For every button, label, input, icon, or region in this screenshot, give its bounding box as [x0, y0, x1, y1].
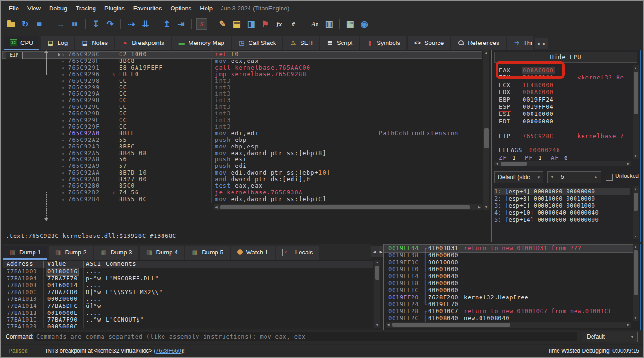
- register-row-esi[interactable]: ESI00010000: [492, 111, 634, 118]
- comment-button[interactable]: ▤: [231, 18, 243, 30]
- function-button[interactable]: fx: [273, 18, 285, 30]
- disasm-row[interactable]: 765C92A38BECmov ebp,esp: [3, 144, 482, 150]
- stack-value[interactable]: 01001D31: [428, 245, 458, 252]
- registers-hscrollbar[interactable]: ◀ ▶: [494, 161, 631, 166]
- tab-notes[interactable]: ▤Notes: [75, 36, 114, 50]
- menu-file[interactable]: File: [5, 2, 23, 14]
- menu-view[interactable]: View: [23, 2, 45, 14]
- disasm-vscrollbar[interactable]: ▲ ▼: [483, 50, 489, 210]
- register-row-eflags[interactable]: EFLAGS00000246: [492, 147, 634, 154]
- dump-row[interactable]: 77BA101000020000....: [3, 296, 373, 303]
- disasm-row[interactable]: 765C92A08BFFmov edi,ediPathCchFindExtens…: [3, 131, 482, 137]
- breakpoint-dot-icon[interactable]: [62, 126, 64, 128]
- stack-row[interactable]: 0019FF1C│00000000: [384, 287, 633, 294]
- dump-value[interactable]: 00020000: [47, 296, 77, 303]
- main-tabs-scroll-left[interactable]: ◀: [535, 38, 541, 49]
- stack-row[interactable]: 0019FF04┌01001D31return to new.01001D31 …: [384, 245, 633, 252]
- register-row-eax[interactable]: EAX008A0000: [492, 67, 634, 74]
- stack-row[interactable]: 0019FF20│7628E200kernel32.HeapFree: [384, 294, 633, 301]
- register-row-ecx[interactable]: ECX1E4B0000: [492, 82, 634, 89]
- hash-button[interactable]: #: [287, 18, 300, 30]
- dump-row[interactable]: 77BA10200005000C: [3, 323, 373, 328]
- breakpoint-dot-icon[interactable]: [62, 166, 64, 167]
- breakpoint-dot-icon[interactable]: [62, 93, 64, 95]
- register-row-eip[interactable]: EIP765C928Ckernelbase.7: [492, 133, 634, 140]
- tab-memory-map[interactable]: ▬Memory Map: [172, 36, 231, 50]
- register-value[interactable]: 1E4B0000: [523, 82, 554, 89]
- step-into-button[interactable]: ↧: [90, 18, 102, 30]
- dump-row[interactable]: 77BA101477BA5DFCü]°w: [3, 303, 373, 310]
- register-row-edx[interactable]: EDX008A0000: [492, 89, 634, 96]
- register-value[interactable]: 00010000: [523, 111, 554, 118]
- stack-value[interactable]: 010010C7: [428, 308, 458, 315]
- register-value[interactable]: 008A0000: [522, 67, 555, 74]
- register-row-edi[interactable]: EDI00000000: [492, 118, 634, 125]
- restart-button[interactable]: ↻: [19, 18, 31, 30]
- stack-panel[interactable]: 0019FF04┌01001D31return to new.01001D31 …: [383, 244, 641, 330]
- dump-vscrollbar[interactable]: ▲ ▼: [374, 260, 380, 328]
- menu-debug[interactable]: Debug: [45, 2, 71, 14]
- tab-dump-2[interactable]: ▥Dump 2: [49, 246, 93, 260]
- skip-exception-button[interactable]: S: [196, 18, 207, 30]
- stack-value[interactable]: 7628E200: [428, 294, 458, 301]
- argument-row[interactable]: 5: [esp+14] 00000000 00000000: [494, 217, 630, 224]
- argument-row[interactable]: 3: [esp+C] 00001000 00001000: [494, 202, 630, 210]
- status-address-link[interactable]: 7628F660: [156, 348, 181, 354]
- register-row-esp[interactable]: ESP0019FF04: [492, 104, 634, 111]
- breakpoint-dot-icon[interactable]: [62, 100, 64, 102]
- stack-value[interactable]: 00000000: [428, 280, 458, 287]
- execute-till-return-button[interactable]: ↥: [161, 18, 173, 30]
- breakpoint-dot-icon[interactable]: [62, 172, 64, 174]
- disasm-row[interactable]: 765C929CCCint3: [3, 104, 482, 111]
- breakpoint-dot-icon[interactable]: [62, 192, 64, 194]
- register-value[interactable]: 0019FF24: [523, 96, 554, 104]
- stack-value[interactable]: 00010000: [428, 259, 458, 266]
- stack-value[interactable]: 00000000: [428, 252, 458, 259]
- disassembly-panel[interactable]: 765C928CC2 1000ret 10765C928F8BC8mov ecx…: [3, 50, 490, 244]
- disasm-row[interactable]: 765C9291E8 6A19FEFFcall kernelbase.765AA…: [3, 65, 482, 71]
- disasm-row[interactable]: 765C92B085C0test eax,eax: [3, 183, 482, 190]
- assemble-button[interactable]: Az: [309, 18, 321, 30]
- breakpoint-dot-icon[interactable]: [62, 199, 64, 201]
- trace-into-button[interactable]: ⇢: [125, 18, 137, 30]
- stack-value[interactable]: 01008040: [428, 315, 458, 322]
- tab-locals[interactable]: x=Locals: [276, 246, 319, 260]
- disasm-row[interactable]: 765C929DCCint3: [3, 111, 482, 117]
- disasm-hscrollbar[interactable]: ◀ ▶: [214, 204, 482, 210]
- dump-row[interactable]: 77BA101C77BA7F90..°wL"CONOUT$": [3, 316, 373, 323]
- dump-value[interactable]: 77BA7E70: [47, 275, 77, 282]
- settings-globe-button[interactable]: ◉: [358, 18, 370, 30]
- command-profile-dropdown[interactable]: Default ▼: [582, 332, 638, 342]
- menu-tracing[interactable]: Tracing: [71, 2, 100, 14]
- disasm-row[interactable]: 765C92A255push ebp: [3, 137, 482, 144]
- breakpoint-dot-icon[interactable]: [62, 179, 64, 181]
- breakpoint-dot-icon[interactable]: [62, 67, 64, 69]
- dump-value[interactable]: 77BA5DFC: [47, 303, 77, 310]
- register-value[interactable]: 0019FF04: [523, 104, 554, 111]
- stack-row[interactable]: 0019FF28┌010010C7return to new.010010C7 …: [384, 308, 633, 315]
- breakpoint-dot-icon[interactable]: [62, 153, 64, 155]
- registers-vscrollbar[interactable]: ▲ ▼: [633, 65, 639, 159]
- open-file-button[interactable]: [5, 18, 17, 30]
- menu-plugins[interactable]: Plugins: [100, 2, 129, 14]
- tab-seh[interactable]: ⚠SEH: [283, 36, 319, 50]
- disasm-row[interactable]: 765C928CC2 1000ret 10: [3, 52, 482, 58]
- dump-panel[interactable]: AddressValueASCIComments 77BA10000018001…: [3, 260, 373, 328]
- command-input[interactable]: [34, 332, 577, 341]
- dump-value[interactable]: 77BA7F90: [47, 316, 77, 323]
- trace-over-button[interactable]: ⇊: [139, 18, 152, 30]
- breakpoint-dot-icon[interactable]: [62, 113, 64, 115]
- disasm-row[interactable]: 765C9298CCint3: [3, 78, 482, 85]
- dump-value[interactable]: 0005000C: [47, 323, 77, 328]
- argument-row[interactable]: 2: [esp+8] 00010000 00010000: [494, 195, 630, 202]
- disasm-row[interactable]: 765C92A957push edi: [3, 163, 482, 170]
- argument-row[interactable]: 1: [esp+4] 00000000 00000000: [494, 188, 630, 195]
- calculator-button[interactable]: ▦: [344, 18, 356, 30]
- breakpoint-dot-icon[interactable]: [62, 133, 64, 135]
- memory-dump-button[interactable]: ▥: [323, 18, 335, 30]
- tab-source[interactable]: <>Source: [408, 36, 450, 50]
- breakpoint-dot-icon[interactable]: [62, 185, 64, 187]
- stack-row[interactable]: 0019FF0C│00010000: [384, 259, 633, 266]
- dump-row[interactable]: 77BA100477BA7E70p~°wL"MSCOREE.DLL": [3, 275, 373, 282]
- breakpoint-dot-icon[interactable]: [62, 54, 64, 56]
